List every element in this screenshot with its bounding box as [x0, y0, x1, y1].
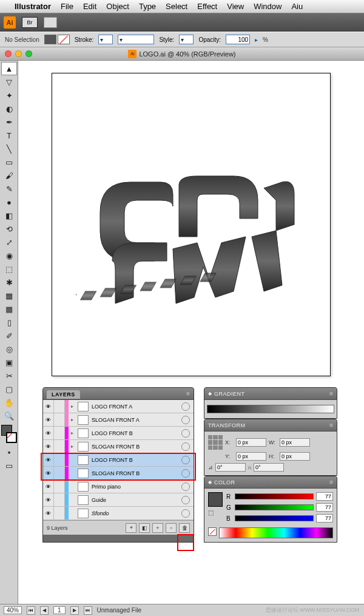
symbol-sprayer-tool[interactable]: ✱ [1, 276, 17, 289]
fill-stroke-indicator[interactable] [1, 425, 17, 443]
new-layer-icon[interactable]: ▫ [166, 523, 177, 533]
zoom-window-icon[interactable] [25, 50, 32, 57]
menu-file[interactable]: File [61, 2, 73, 11]
layer-row[interactable]: 👁▸LOGO FRONT B [43, 427, 194, 440]
zoom-tool[interactable]: 🔍 [1, 409, 17, 422]
layer-row[interactable]: 👁▸SLOGAN FRONT B [43, 440, 194, 453]
panel-menu-icon[interactable]: ≡ [329, 422, 333, 428]
transform-header[interactable]: TRANSFORM ≡ [204, 419, 337, 432]
layer-row[interactable]: 👁Primo piano [43, 480, 194, 493]
visibility-icon[interactable]: 👁 [43, 480, 54, 493]
target-icon[interactable] [181, 482, 190, 491]
paintbrush-tool[interactable]: 🖌 [1, 169, 17, 182]
fill-swatch[interactable] [44, 35, 56, 44]
expand-icon[interactable] [69, 493, 76, 506]
layer-row[interactable]: 👁SLOGAN FRONT B [43, 467, 194, 480]
b-input[interactable] [316, 514, 333, 523]
lasso-tool[interactable]: ◐ [1, 102, 17, 115]
screen-mode-icon[interactable]: ▭ [1, 459, 17, 472]
layer-row[interactable]: 👁▸SLOGAN FRONT A [43, 413, 194, 427]
x-input[interactable] [236, 438, 266, 447]
fill-stroke-swatches[interactable] [44, 35, 70, 44]
minimize-window-icon[interactable] [15, 50, 22, 57]
first-artboard-icon[interactable]: ⏮ [27, 606, 35, 615]
gradient-header[interactable]: ◆ GRADIENT ≡ [204, 388, 337, 400]
spectrum-picker[interactable] [219, 527, 333, 538]
delete-layer-icon[interactable]: 🗑 [179, 523, 190, 533]
layer-name-label[interactable]: Guide [90, 497, 181, 503]
layer-row[interactable]: 👁Sfondo [43, 507, 194, 520]
menu-object[interactable]: Object [106, 2, 129, 11]
menu-edit[interactable]: Edit [83, 2, 96, 11]
zoom-level[interactable]: 40% [4, 606, 22, 614]
expand-icon[interactable] [69, 467, 76, 479]
arrange-dropdown[interactable] [44, 17, 57, 28]
menu-select[interactable]: Select [166, 2, 187, 11]
h-input[interactable] [280, 452, 310, 461]
free-transform-tool[interactable]: ⬚ [1, 262, 17, 276]
rectangle-tool[interactable]: ▭ [1, 155, 17, 169]
graph-tool[interactable]: ▦ [1, 289, 17, 302]
eyedropper-tool[interactable]: ✐ [1, 329, 17, 342]
g-input[interactable] [316, 503, 333, 512]
pen-tool[interactable]: ✒ [1, 115, 17, 129]
color-header[interactable]: ◆ COLOR ≡ [204, 476, 337, 489]
reference-point-icon[interactable] [208, 435, 223, 450]
artboard-tool[interactable]: ▢ [1, 382, 17, 396]
layer-name-label[interactable]: LOGO FRONT A [90, 404, 181, 410]
lock-icon[interactable] [54, 493, 65, 506]
next-artboard-icon[interactable]: ▶ [70, 606, 79, 615]
last-artboard-icon[interactable]: ⏭ [84, 606, 92, 615]
menu-view[interactable]: View [227, 2, 244, 11]
layer-name-label[interactable]: SLOGAN FRONT B [90, 444, 181, 450]
hand-tool[interactable]: ✋ [1, 396, 17, 409]
artboard-number[interactable]: 1 [53, 606, 66, 614]
expand-icon[interactable] [69, 480, 76, 493]
r-slider[interactable] [235, 493, 314, 499]
g-slider[interactable] [235, 504, 314, 510]
canvas-area[interactable]: LAYERS ≡ 👁▸LOGO FRONT A👁▸SLOGAN FRONT A👁… [18, 61, 364, 616]
stroke-weight-dropdown[interactable]: ▾ [98, 35, 113, 44]
visibility-icon[interactable]: 👁 [43, 413, 54, 426]
lock-icon[interactable] [54, 453, 65, 466]
locate-object-icon[interactable]: ⌖ [126, 523, 136, 533]
lock-icon[interactable] [54, 440, 65, 453]
r-input[interactable] [316, 492, 333, 501]
live-paint-tool[interactable]: ▣ [1, 356, 17, 369]
layer-row[interactable]: 👁▸LOGO FRONT A [43, 400, 194, 413]
direct-selection-tool[interactable]: ▽ [1, 75, 17, 89]
prev-artboard-icon[interactable]: ◀ [40, 606, 49, 615]
layer-name-label[interactable]: Sfondo [90, 510, 181, 516]
visibility-icon[interactable]: 👁 [43, 467, 54, 479]
blob-brush-tool[interactable]: ● [1, 195, 17, 209]
layer-row[interactable]: 👁Guide [43, 493, 194, 507]
lock-icon[interactable] [54, 400, 65, 413]
lock-icon[interactable] [54, 413, 65, 426]
layer-name-label[interactable]: SLOGAN FRONT B [90, 470, 181, 476]
w-input[interactable] [280, 438, 310, 447]
color-fill-swatch[interactable] [208, 492, 223, 507]
opacity-input[interactable] [226, 35, 250, 44]
lock-icon[interactable] [54, 480, 65, 493]
expand-icon[interactable]: ▸ [69, 413, 76, 426]
layer-name-label[interactable]: SLOGAN FRONT A [90, 417, 181, 423]
target-icon[interactable] [181, 416, 190, 424]
slice-tool[interactable]: ✂ [1, 369, 17, 382]
blend-tool[interactable]: ◎ [1, 342, 17, 356]
target-icon[interactable] [181, 496, 190, 504]
target-icon[interactable] [181, 456, 190, 464]
panel-menu-icon[interactable]: ≡ [329, 479, 333, 486]
target-icon[interactable] [181, 469, 190, 478]
expand-icon[interactable]: ▸ [69, 427, 76, 439]
expand-icon[interactable] [69, 453, 76, 466]
layer-name-label[interactable]: LOGO FRONT B [90, 457, 181, 463]
lock-icon[interactable] [54, 507, 65, 520]
menu-app[interactable]: Illustrator [15, 2, 51, 11]
menu-effect[interactable]: Effect [197, 2, 217, 11]
expand-icon[interactable]: ▸ [69, 400, 76, 413]
layer-name-label[interactable]: Primo piano [90, 484, 181, 490]
menu-type[interactable]: Type [139, 2, 156, 11]
percent-label[interactable]: ▸ [255, 36, 258, 43]
rotate-tool[interactable]: ⟲ [1, 222, 17, 235]
gradient-preview[interactable] [207, 405, 334, 413]
